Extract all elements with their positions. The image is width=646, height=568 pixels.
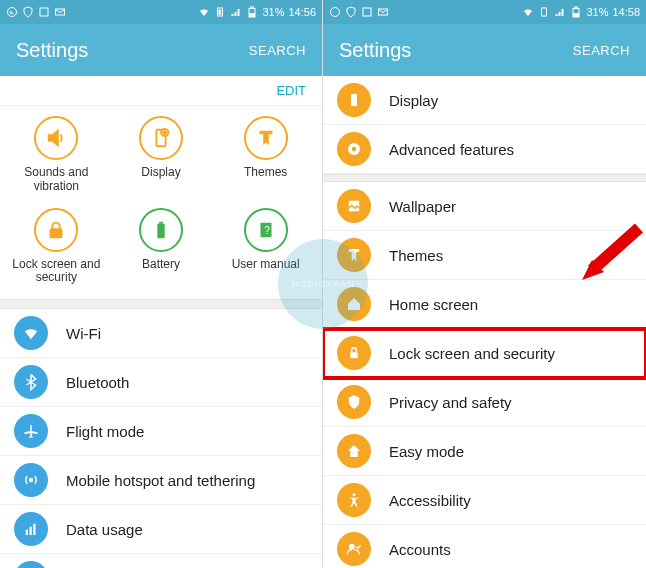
themes-icon [337,238,371,272]
battery-percent: 31% [586,6,608,18]
settings-row-data-usage[interactable]: Data usage [0,505,322,554]
section-divider [0,299,322,309]
row-label: Data usage [66,521,143,538]
screenshot-icon [361,6,373,18]
svg-rect-22 [363,8,371,16]
svg-rect-19 [33,524,35,535]
svg-rect-18 [30,527,32,535]
flight-icon [14,414,48,448]
svg-point-21 [331,8,340,17]
svg-rect-10 [51,229,62,237]
settings-row-themes[interactable]: Themes [323,231,646,280]
settings-row-sim[interactable]: SIM card manager [0,554,322,568]
svg-rect-28 [351,94,357,106]
signal-icon [554,6,566,18]
phone-right: 31% 14:58 Settings SEARCH Display Advanc… [323,0,646,568]
row-label: Accounts [389,541,451,558]
row-label: Privacy and safety [389,394,512,411]
wifi-icon [14,316,48,350]
quick-label: User manual [232,258,300,272]
svg-rect-7 [250,14,255,17]
settings-row-display[interactable]: Display [323,76,646,125]
svg-rect-24 [542,8,547,16]
quick-user-manual[interactable]: ? User manual [213,208,318,286]
row-label: Home screen [389,296,478,313]
row-label: Flight mode [66,423,144,440]
themes-icon [244,116,288,160]
settings-row-wallpaper[interactable]: Wallpaper [323,182,646,231]
status-bar: 31% 14:58 [323,0,646,24]
settings-row-bluetooth[interactable]: Bluetooth [0,358,322,407]
settings-row-accessibility[interactable]: Accessibility [323,476,646,525]
quick-display[interactable]: Display [109,116,214,194]
svg-rect-26 [575,7,578,9]
svg-rect-11 [157,223,164,238]
whatsapp-icon [329,6,341,18]
svg-text:2: 2 [219,10,222,15]
row-label: Bluetooth [66,374,129,391]
quick-battery[interactable]: Battery [109,208,214,286]
quick-themes[interactable]: Themes [213,116,318,194]
quick-sounds-vibration[interactable]: Sounds and vibration [4,116,109,194]
settings-list: Wi-Fi Bluetooth Flight mode Mobile hotsp… [0,309,322,568]
home-icon [337,287,371,321]
row-label: Wallpaper [389,198,456,215]
settings-row-accounts[interactable]: Accounts [323,525,646,568]
quick-label: Themes [244,166,287,180]
easy-icon [337,434,371,468]
settings-row-home-screen[interactable]: Home screen [323,280,646,329]
privacy-icon [337,385,371,419]
quick-lock-screen-security[interactable]: Lock screen and security [4,208,109,286]
svg-rect-27 [574,14,579,17]
row-label: Themes [389,247,443,264]
wallpaper-icon [337,189,371,223]
manual-icon: ? [244,208,288,252]
svg-point-34 [349,544,355,550]
shield-icon [345,6,357,18]
app-header: Settings SEARCH [0,24,322,76]
settings-row-easy-mode[interactable]: Easy mode [323,427,646,476]
settings-row-lock-screen-security[interactable]: Lock screen and security [323,329,646,378]
row-label: Accessibility [389,492,471,509]
row-label: Wi-Fi [66,325,101,342]
svg-rect-1 [40,8,48,16]
settings-row-advanced-features[interactable]: Advanced features [323,125,646,174]
phone-left: 2 31% 14:56 Settings SEARCH EDIT Sounds … [0,0,323,568]
settings-row-hotspot[interactable]: Mobile hotspot and tethering [0,456,322,505]
wifi-status-icon [522,6,534,18]
svg-rect-12 [159,221,163,223]
sound-icon [34,116,78,160]
svg-rect-32 [350,352,358,358]
screenshot-icon [38,6,50,18]
accounts-icon [337,532,371,566]
settings-row-flight-mode[interactable]: Flight mode [0,407,322,456]
app-header: Settings SEARCH [323,24,646,76]
whatsapp-icon [6,6,18,18]
status-bar: 2 31% 14:56 [0,0,322,24]
display-icon [337,83,371,117]
signal-icon [230,6,242,18]
data-icon [14,512,48,546]
quick-label: Display [141,166,180,180]
search-button[interactable]: SEARCH [573,43,630,58]
edit-button[interactable]: EDIT [0,76,322,106]
quick-label: Sounds and vibration [6,166,106,194]
row-label: Advanced features [389,141,514,158]
search-button[interactable]: SEARCH [249,43,306,58]
row-label: Mobile hotspot and tethering [66,472,255,489]
row-label: Easy mode [389,443,464,460]
settings-row-privacy-safety[interactable]: Privacy and safety [323,378,646,427]
settings-row-wifi[interactable]: Wi-Fi [0,309,322,358]
svg-rect-6 [251,7,254,9]
mail-icon [377,6,389,18]
quick-label: Battery [142,258,180,272]
shield-icon [22,6,34,18]
quick-label: Lock screen and security [6,258,106,286]
svg-point-16 [30,479,33,482]
svg-point-0 [8,8,17,17]
svg-text:?: ? [264,224,270,235]
status-time: 14:56 [288,6,316,18]
edit-label: EDIT [276,83,306,98]
battery-icon [139,208,183,252]
settings-list: Display Advanced features Wallpaper Them… [323,76,646,568]
